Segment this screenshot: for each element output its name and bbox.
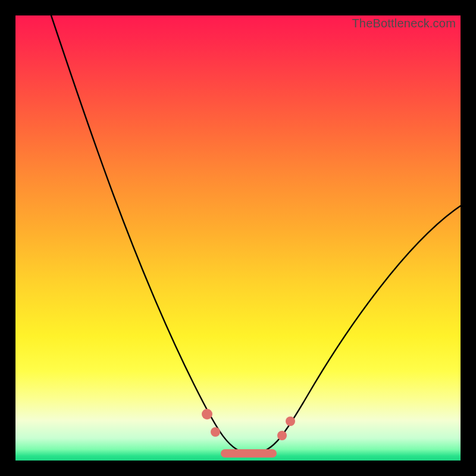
chart-frame: TheBottleneck.com [0, 0, 476, 476]
marker-dot-left-2 [211, 427, 220, 437]
bottleneck-curve [51, 15, 461, 453]
marker-dot-left-1 [202, 409, 212, 419]
chart-svg [15, 15, 461, 461]
marker-dot-right-2 [286, 416, 295, 426]
marker-dot-right-1 [277, 431, 287, 440]
plot-area: TheBottleneck.com [15, 15, 461, 461]
